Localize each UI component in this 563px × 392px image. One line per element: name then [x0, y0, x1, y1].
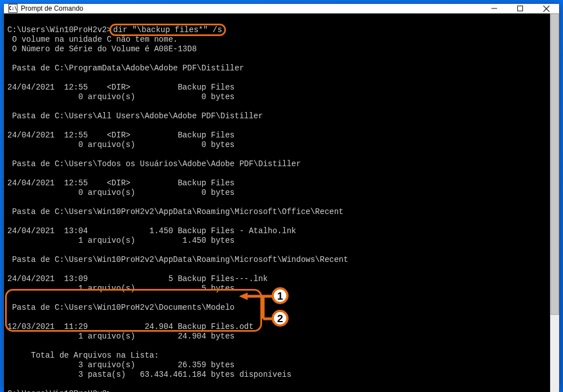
annotation-badge-1: 1: [272, 287, 289, 304]
maximize-button[interactable]: [507, 4, 533, 13]
blank: [7, 73, 547, 83]
output-line: Pasta de C:\Users\All Users\Adobe\Adobe …: [7, 112, 547, 121]
line-prompt: C:\Users\Win10ProH2v2>dir "\backup files…: [7, 16, 547, 35]
terminal-area: C:\Users\Win10ProH2v2>dir "\backup files…: [4, 14, 559, 392]
blank: [7, 150, 547, 159]
output-line: 0 arquivo(s) 0 bytes: [7, 92, 547, 102]
command-highlight: dir "\backup files*" /s: [109, 24, 226, 36]
blank: [7, 102, 547, 112]
output-line: O volume na unidade C não tem nome.: [7, 35, 547, 44]
window-title: Prompt de Comando: [21, 5, 481, 12]
output-line: 24/04/2021 13:04 1.450 Backup Files - At…: [7, 226, 547, 236]
output-line: 24/04/2021 13:09 5 Backup Files---.lnk: [7, 274, 547, 284]
output-line: O Número de Série do Volume é A08E-13D8: [7, 44, 547, 54]
blank: [7, 341, 547, 351]
output-line: 24/04/2021 12:55 <DIR> Backup Files: [7, 83, 547, 92]
output-line: Pasta de C:\Users\Win10ProH2v2\AppData\R…: [7, 255, 547, 265]
app-icon: C:\: [8, 4, 17, 13]
scrollbar-thumb[interactable]: [551, 14, 559, 315]
output-line: 3 pasta(s) 63.434.461.184 bytes disponív…: [7, 370, 547, 380]
output-line: 1 arquivo(s) 1.450 bytes: [7, 236, 547, 246]
blank: [7, 54, 547, 64]
blank: [7, 169, 547, 179]
output-line: 0 arquivo(s) 0 bytes: [7, 188, 547, 198]
output-line: 1 arquivo(s) 24.904 bytes: [7, 332, 547, 341]
cmd-window: C:\ Prompt de Comando C:\Users\Win10ProH…: [3, 3, 560, 389]
close-button[interactable]: [533, 4, 559, 13]
output-line: 24/04/2021 12:55 <DIR> Backup Files: [7, 131, 547, 140]
minimize-button[interactable]: [481, 4, 507, 13]
scrollbar[interactable]: [550, 14, 559, 392]
blank: [7, 380, 547, 389]
svg-rect-1: [518, 6, 523, 11]
blank: [7, 217, 547, 226]
blank: [7, 246, 547, 255]
blank: [7, 265, 547, 274]
output-line: Pasta de C:\ProgramData\Adobe\Adobe PDF\…: [7, 64, 547, 73]
output-line: Total de Arquivos na Lista:: [7, 351, 547, 360]
terminal-output[interactable]: C:\Users\Win10ProH2v2>dir "\backup files…: [4, 14, 550, 392]
prompt-path: C:\Users\Win10ProH2v2>: [7, 25, 112, 34]
prompt-line: C:\Users\Win10ProH2v2>_: [7, 389, 547, 392]
output-line: Pasta de C:\Users\Todos os Usuários\Adob…: [7, 159, 547, 169]
output-line: 3 arquivo(s) 26.359 bytes: [7, 360, 547, 370]
annotation-badge-2: 2: [272, 310, 289, 327]
blank: [7, 121, 547, 131]
titlebar[interactable]: C:\ Prompt de Comando: [4, 4, 559, 14]
blank: [7, 198, 547, 207]
output-line: Pasta de C:\Users\Win10ProH2v2\AppData\R…: [7, 207, 547, 217]
output-line: 24/04/2021 12:55 <DIR> Backup Files: [7, 179, 547, 188]
window-controls: [481, 4, 559, 13]
output-line: 0 arquivo(s) 0 bytes: [7, 140, 547, 150]
